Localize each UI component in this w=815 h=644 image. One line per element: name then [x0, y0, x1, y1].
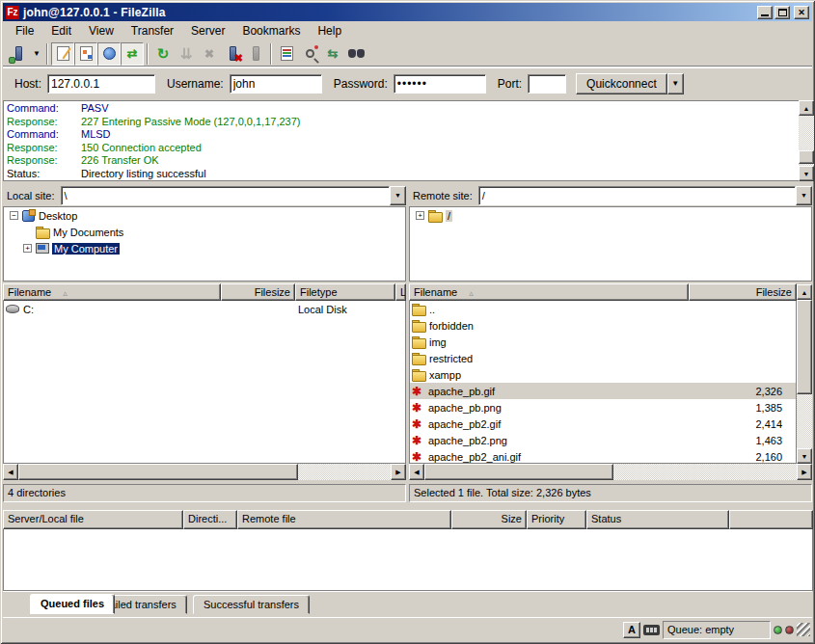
remote-file-row-selected[interactable]: ✱ apache_pb.gif 2,326: [410, 383, 796, 399]
remote-tree[interactable]: + /: [409, 206, 812, 282]
remote-col-filename[interactable]: Filename▵: [409, 283, 689, 301]
remote-file-list[interactable]: .. forbidden img restricted xampp ✱ apac…: [409, 301, 797, 464]
expand-icon[interactable]: +: [23, 244, 32, 253]
port-input[interactable]: [528, 74, 566, 94]
minimize-button[interactable]: [757, 6, 773, 19]
password-input[interactable]: [394, 74, 486, 94]
scrollbar-thumb[interactable]: [424, 464, 613, 480]
remote-file-row[interactable]: ✱ apache_pb2_ani.gif 2,160: [410, 448, 796, 464]
remote-site-combo[interactable]: /: [478, 186, 796, 205]
remote-file-row[interactable]: ✱ apache_pb2.png 1,463: [410, 432, 796, 448]
site-manager-button[interactable]: [7, 42, 30, 66]
remote-file-row[interactable]: ..: [410, 301, 796, 317]
scroll-down-button[interactable]: ▼: [797, 448, 812, 464]
tree-item-my-documents[interactable]: My Documents: [4, 224, 405, 240]
host-input[interactable]: [47, 74, 155, 94]
menu-help[interactable]: Help: [309, 22, 350, 40]
cancel-operation-button[interactable]: ✖: [198, 42, 221, 66]
remote-file-row[interactable]: img: [410, 334, 796, 350]
tab-successful-transfers[interactable]: Successful transfers: [193, 595, 310, 614]
queue-col-serverlocal[interactable]: Server/Local file: [3, 510, 183, 529]
process-queue-button[interactable]: ⇊: [175, 42, 198, 66]
collapse-icon[interactable]: −: [10, 211, 18, 220]
toggle-queue-button[interactable]: ⇄: [121, 42, 144, 66]
scrollbar-thumb[interactable]: [799, 150, 814, 164]
local-col-lastmodified[interactable]: L: [395, 283, 406, 301]
menu-bookmarks[interactable]: Bookmarks: [233, 22, 309, 40]
quickconnect-button[interactable]: Quickconnect: [576, 73, 667, 94]
directory-comparison-button[interactable]: ⇆: [321, 42, 344, 66]
quickconnect-dropdown[interactable]: ▼: [667, 73, 684, 94]
maximize-button[interactable]: [774, 6, 790, 19]
menu-transfer[interactable]: Transfer: [122, 22, 182, 40]
local-col-filename[interactable]: Filename▵: [3, 283, 221, 301]
remote-file-row[interactable]: forbidden: [410, 317, 796, 334]
scroll-left-button[interactable]: ◀: [3, 464, 18, 480]
log-text: MLSD: [81, 128, 111, 142]
remote-vscrollbar[interactable]: ▲ ▼: [797, 284, 812, 464]
tree-item-desktop[interactable]: − Desktop: [4, 207, 405, 224]
log-scrollbar[interactable]: ▲ ▼: [799, 100, 814, 181]
queue-col-blank[interactable]: [729, 510, 813, 529]
local-hscrollbar[interactable]: ◀ ▶: [3, 464, 406, 480]
tab-queued-files[interactable]: Queued files: [30, 594, 115, 614]
toggle-message-log-button[interactable]: [51, 42, 74, 66]
file-name: forbidden: [429, 320, 474, 332]
open-folder-icon: [428, 210, 442, 221]
toggle-local-tree-button[interactable]: [74, 42, 97, 66]
close-button[interactable]: ✕: [794, 6, 809, 19]
remote-file-row[interactable]: xampp: [410, 366, 796, 383]
queue-list[interactable]: [3, 529, 813, 591]
remote-file-row[interactable]: restricted: [410, 350, 796, 366]
tree-item-root[interactable]: + /: [410, 207, 811, 224]
remote-file-row[interactable]: ✱ apache_pb.png 1,385: [410, 399, 796, 416]
scroll-up-button[interactable]: ▲: [799, 100, 814, 116]
transfer-type-indicator[interactable]: A: [623, 622, 640, 638]
disk-drive-icon: [6, 305, 19, 313]
queue-col-direction[interactable]: Directi...: [183, 510, 237, 529]
queue-col-remotefile[interactable]: Remote file: [237, 510, 451, 529]
disconnect-button[interactable]: ✖: [221, 42, 244, 66]
username-input[interactable]: [230, 74, 322, 94]
menu-file[interactable]: File: [7, 22, 42, 40]
remote-hscrollbar[interactable]: ◀ ▶: [409, 464, 812, 480]
menu-server[interactable]: Server: [182, 22, 233, 40]
local-tree[interactable]: − Desktop My Documents + My Computer: [3, 206, 406, 282]
remote-site-combo-dropdown[interactable]: ▼: [796, 186, 812, 205]
scrollbar-thumb[interactable]: [797, 300, 812, 394]
site-manager-icon: [15, 46, 22, 61]
scroll-left-button[interactable]: ◀: [409, 464, 424, 480]
local-file-list[interactable]: C: Local Disk: [3, 301, 406, 464]
reconnect-button[interactable]: [244, 42, 267, 66]
refresh-button[interactable]: ↻: [151, 42, 175, 66]
queue-col-size[interactable]: Size: [451, 510, 527, 529]
synchronized-browsing-button[interactable]: [344, 42, 367, 66]
queue-col-status[interactable]: Status: [586, 510, 729, 529]
local-col-filetype[interactable]: Filetype: [295, 283, 395, 301]
tree-item-my-computer[interactable]: + My Computer: [4, 240, 405, 256]
menu-view[interactable]: View: [80, 22, 122, 40]
file-search-button[interactable]: [298, 42, 321, 66]
local-site-combo-dropdown[interactable]: ▼: [390, 186, 406, 205]
toggle-remote-tree-button[interactable]: [97, 42, 121, 66]
indicator-badge-icon[interactable]: [643, 625, 660, 635]
scroll-down-button[interactable]: ▼: [799, 166, 814, 181]
queue-col-priority[interactable]: Priority: [527, 510, 586, 529]
remote-file-row[interactable]: ✱ apache_pb2.gif 2,414: [410, 416, 796, 432]
site-manager-dropdown[interactable]: ▼: [30, 42, 43, 66]
menu-edit[interactable]: Edit: [42, 22, 80, 40]
scroll-up-button[interactable]: ▲: [797, 284, 812, 300]
expand-icon[interactable]: +: [416, 211, 424, 220]
filter-button[interactable]: [275, 42, 298, 66]
remote-col-filesize[interactable]: Filesize: [689, 283, 797, 301]
local-file-row[interactable]: C: Local Disk: [4, 301, 405, 317]
scrollbar-thumb[interactable]: [18, 464, 298, 480]
folder-icon: [412, 369, 425, 380]
resize-grip[interactable]: [797, 623, 810, 636]
scroll-right-button[interactable]: ▶: [391, 464, 406, 480]
title-bar[interactable]: Fz john@127.0.0.1 - FileZilla ✕: [3, 3, 812, 21]
message-log[interactable]: Command:PASV Response:227 Entering Passi…: [3, 100, 800, 181]
local-site-combo[interactable]: \: [61, 186, 390, 205]
local-col-filesize[interactable]: Filesize: [221, 283, 295, 301]
scroll-right-button[interactable]: ▶: [797, 464, 812, 480]
